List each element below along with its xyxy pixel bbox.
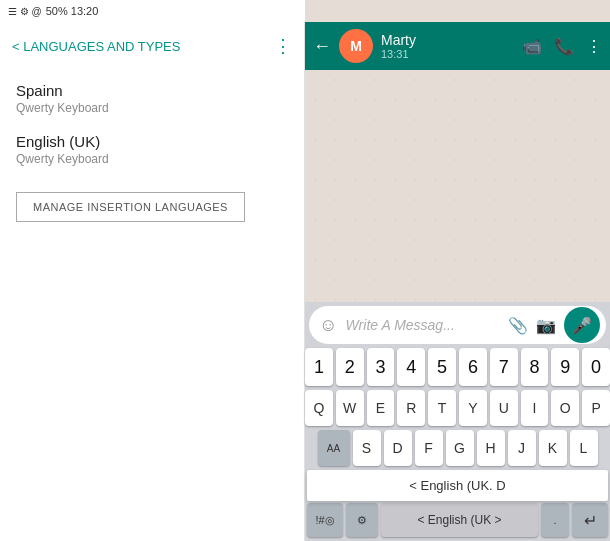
key-g[interactable]: G [446, 430, 474, 466]
key-o[interactable]: O [551, 390, 579, 426]
key-6[interactable]: 6 [459, 348, 487, 386]
left-panel: ☰ ⚙ @ 50% 13:20 < LANGUAGES AND TYPES ⋮ … [0, 0, 305, 541]
keyboard-type-english: Qwerty Keyboard [16, 152, 288, 166]
key-4[interactable]: 4 [397, 348, 425, 386]
key-f[interactable]: F [415, 430, 443, 466]
language-item-spainn[interactable]: Spainn Qwerty Keyboard [16, 82, 288, 115]
key-aa[interactable]: AA [318, 430, 350, 466]
status-bar-left: ☰ ⚙ @ 50% 13:20 [0, 0, 305, 22]
bottom-keyboard-row: !#◎ ⚙ < English (UK > . ↵ [305, 503, 610, 539]
keyboard-area: ☺ Write A Messag... 📎 📷 🎤 1 2 3 4 5 6 7 … [305, 302, 610, 541]
key-0[interactable]: 0 [582, 348, 610, 386]
key-p[interactable]: P [582, 390, 610, 426]
dot-key[interactable]: . [541, 503, 569, 537]
key-3[interactable]: 3 [367, 348, 395, 386]
key-8[interactable]: 8 [521, 348, 549, 386]
avatar-initial: M [350, 38, 362, 54]
emoji-icon[interactable]: ☺ [319, 315, 337, 336]
number-row: 1 2 3 4 5 6 7 8 9 0 [305, 348, 610, 386]
key-k[interactable]: K [539, 430, 567, 466]
chat-dots-menu[interactable]: ⋮ [586, 37, 602, 56]
key-y[interactable]: Y [459, 390, 487, 426]
qwerty-row: Q W E R T Y U I O P [305, 390, 610, 426]
message-input-bar: ☺ Write A Messag... 📎 📷 🎤 [309, 306, 606, 344]
chat-action-icons: 📹 📞 ⋮ [522, 37, 602, 56]
key-h[interactable]: H [477, 430, 505, 466]
key-7[interactable]: 7 [490, 348, 518, 386]
key-9[interactable]: 9 [551, 348, 579, 386]
mic-button[interactable]: 🎤 [564, 307, 600, 343]
manage-insertion-languages-button[interactable]: MANAGE INSERTION LANGUAGES [16, 192, 245, 222]
language-name-english: English (UK) [16, 133, 288, 150]
key-t[interactable]: T [428, 390, 456, 426]
key-r[interactable]: R [397, 390, 425, 426]
key-s[interactable]: S [353, 430, 381, 466]
language-popup[interactable]: < English (UK. D [307, 470, 608, 501]
return-key[interactable]: ↵ [572, 503, 608, 537]
chat-header: ← M Marty 13:31 📹 📞 ⋮ [305, 22, 610, 70]
keyboard-type-spainn: Qwerty Keyboard [16, 101, 288, 115]
language-name-spainn: Spainn [16, 82, 288, 99]
right-panel: 🔕 46% 13:32 ← M Marty 13:31 📹 📞 ⋮ [305, 0, 610, 541]
language-select-key[interactable]: < English (UK > [381, 503, 538, 537]
key-u[interactable]: U [490, 390, 518, 426]
key-d[interactable]: D [384, 430, 412, 466]
avatar: M [339, 29, 373, 63]
chat-info: Marty 13:31 [381, 32, 514, 60]
key-w[interactable]: W [336, 390, 364, 426]
left-header: < LANGUAGES AND TYPES ⋮ [0, 22, 304, 70]
key-j[interactable]: J [508, 430, 536, 466]
mic-icon: 🎤 [572, 316, 592, 335]
asdfg-row: AA S D F G H J K L [305, 430, 610, 466]
key-l[interactable]: L [570, 430, 598, 466]
chat-back-button[interactable]: ← [313, 36, 331, 57]
key-5[interactable]: 5 [428, 348, 456, 386]
voice-call-icon[interactable]: 📞 [554, 37, 574, 56]
attach-icon[interactable]: 📎 [508, 316, 528, 335]
key-i[interactable]: I [521, 390, 549, 426]
contact-name: Marty [381, 32, 514, 48]
key-2[interactable]: 2 [336, 348, 364, 386]
status-battery-left: 50% [46, 5, 68, 17]
symbol-key[interactable]: !#◎ [307, 503, 343, 537]
camera-icon[interactable]: 📷 [536, 316, 556, 335]
contact-last-seen: 13:31 [381, 48, 514, 60]
left-dots-menu[interactable]: ⋮ [274, 35, 292, 57]
key-1[interactable]: 1 [305, 348, 333, 386]
status-time-left: 13:20 [71, 5, 99, 17]
language-item-english[interactable]: English (UK) Qwerty Keyboard [16, 133, 288, 166]
message-input[interactable]: Write A Messag... [345, 317, 500, 333]
key-q[interactable]: Q [305, 390, 333, 426]
language-popup-container: < English (UK. D [307, 470, 608, 501]
left-header-title[interactable]: < LANGUAGES AND TYPES [12, 39, 180, 54]
key-e[interactable]: E [367, 390, 395, 426]
video-call-icon[interactable]: 📹 [522, 37, 542, 56]
status-icons-left: ☰ ⚙ @ [8, 6, 42, 17]
chat-body [305, 70, 610, 302]
gear-icon: ⚙ [357, 514, 367, 527]
left-content: Spainn Qwerty Keyboard English (UK) Qwer… [0, 70, 304, 541]
settings-key[interactable]: ⚙ [346, 503, 378, 537]
